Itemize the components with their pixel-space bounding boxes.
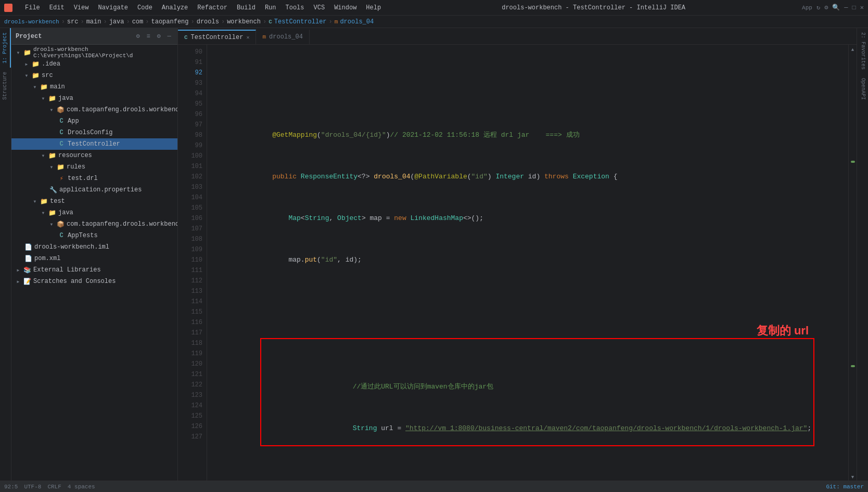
arrow-root: ▼	[16, 50, 21, 55]
menu-view[interactable]: View	[70, 3, 93, 12]
refresh-icon[interactable]: ↻	[816, 4, 820, 11]
maximize-icon[interactable]: □	[852, 4, 856, 11]
breadcrumb-drools04[interactable]: m drools_04	[335, 18, 374, 25]
tree-label-apptests: AppTests	[68, 232, 98, 239]
tree-item-idea[interactable]: ▶ 📁 .idea	[11, 58, 177, 70]
close-icon[interactable]: ✕	[860, 4, 864, 11]
package-icon1: 📦	[56, 106, 65, 114]
linenum-125: 125	[178, 411, 202, 421]
tree-item-appprops[interactable]: 🔧 application.properties	[11, 184, 177, 196]
tree-item-testcontroller[interactable]: C TestController	[11, 138, 177, 150]
menu-vcs[interactable]: VCS	[310, 3, 329, 12]
tree-label-package2: com.taopanfeng.drools.workbench	[67, 221, 177, 228]
menu-build[interactable]: Build	[233, 3, 260, 12]
breadcrumb-drools[interactable]: drools	[197, 18, 219, 25]
scrollbar-gutter: ▲ ▼	[848, 45, 857, 481]
menu-refactor[interactable]: Refactor	[193, 3, 232, 12]
breadcrumb-main[interactable]: main	[86, 18, 101, 25]
class-icon-breadcrumb: C	[269, 19, 272, 25]
app-label: App	[802, 5, 812, 11]
linenum-96: 96	[178, 109, 202, 120]
menu-help[interactable]: Help	[362, 3, 385, 12]
tree-label-java1: java	[58, 95, 73, 102]
menu-tools[interactable]: Tools	[282, 3, 309, 12]
menu-code[interactable]: Code	[133, 3, 157, 12]
tree-item-scratches[interactable]: ▶ 📝 Scratches and Consoles	[11, 276, 177, 287]
code-line-90	[215, 78, 840, 88]
code-line-97: String url = "http://vm_1:8080/business-…	[263, 413, 811, 423]
tab-drools04[interactable]: m drools_04	[256, 30, 309, 44]
breadcrumb-root[interactable]: drools-workbench	[4, 19, 59, 25]
tree-item-java2[interactable]: ▼ 📁 java	[11, 207, 177, 218]
menu-window[interactable]: Window	[330, 3, 361, 12]
breadcrumb-testcontroller[interactable]: C TestController	[269, 18, 326, 25]
panel-icon-minimize[interactable]: —	[165, 32, 173, 41]
tree-item-root[interactable]: ▼ 📁 drools-workbench C:\Everythings\IDEA…	[11, 47, 177, 58]
tree-item-src[interactable]: ▼ 📁 src	[11, 70, 177, 81]
tree-item-iml[interactable]: 📄 drools-workbench.iml	[11, 241, 177, 253]
breadcrumb-src[interactable]: src	[67, 18, 79, 25]
menu-run[interactable]: Run	[261, 3, 280, 12]
tab-close-testcontroller[interactable]: ✕	[246, 34, 249, 41]
tree-item-pom[interactable]: 📄 pom.xml	[11, 253, 177, 264]
editor-container: 90 91 92 93 94 95 96 97 98 99 100 101 10…	[178, 45, 857, 481]
gutter-up-icon[interactable]: ▲	[850, 47, 856, 53]
linenum-102: 102	[178, 172, 202, 182]
tree-label-app: App	[68, 118, 79, 125]
tree-item-test[interactable]: ▼ 📁 test	[11, 196, 177, 207]
linenum-108: 108	[178, 234, 202, 244]
code-editor[interactable]: @GetMapping("drools_04/{id}")// 2021-12-…	[207, 45, 848, 481]
tab-structure[interactable]: Structure	[0, 68, 11, 104]
folder-icon-java2: 📁	[48, 209, 56, 217]
extlibs-icon: 📚	[23, 266, 31, 274]
status-indent: 4 spaces	[68, 484, 95, 490]
breadcrumb-java[interactable]: java	[109, 18, 124, 25]
arrow-package1: ▼	[49, 107, 54, 112]
breadcrumb-taopanfeng[interactable]: taopanfeng	[151, 18, 188, 25]
breadcrumb-com[interactable]: com	[132, 18, 144, 25]
tree-item-resources[interactable]: ▼ 📁 resources	[11, 150, 177, 161]
search-icon[interactable]: 🔍	[832, 4, 840, 11]
tree-item-main[interactable]: ▼ 📁 main	[11, 81, 177, 93]
panel-icon-gear[interactable]: ⚙	[134, 32, 142, 41]
minimize-icon[interactable]: —	[844, 4, 848, 11]
gutter-down-icon[interactable]: ▼	[850, 474, 856, 481]
tab-favorites[interactable]: 2: Favorites	[857, 28, 868, 74]
linenum-116: 116	[178, 317, 202, 328]
panel-icon-settings[interactable]: ⚙	[155, 32, 163, 41]
tree-item-app[interactable]: C App	[11, 115, 177, 127]
menu-navigate[interactable]: Navigate	[94, 3, 132, 12]
tree-item-java1[interactable]: ▼ 📁 java	[11, 93, 177, 104]
tree-item-apptests[interactable]: C AppTests	[11, 230, 177, 241]
breadcrumb-workbench[interactable]: workbench	[227, 18, 261, 25]
menu-edit[interactable]: Edit	[45, 3, 69, 12]
settings-icon[interactable]: ⚙	[824, 4, 828, 11]
class-icon-drools: C	[57, 128, 66, 137]
props-icon: 🔧	[49, 186, 57, 194]
tab-testcontroller[interactable]: C TestController ✕	[178, 30, 256, 44]
xml-icon: 📄	[24, 254, 32, 263]
status-linesep: CRLF	[47, 484, 61, 490]
tree-item-extlibs[interactable]: ▶ 📚 External Libraries	[11, 264, 177, 276]
tree-item-testdrl[interactable]: ⚡ test.drl	[11, 173, 177, 184]
tab-project[interactable]: 1: Project	[0, 28, 11, 68]
linenum-126: 126	[178, 421, 202, 432]
tab-openapi[interactable]: OpenAPI	[857, 74, 868, 104]
folder-icon-test: 📁	[40, 197, 48, 205]
class-icon-testcontroller: C	[57, 140, 66, 148]
folder-icon-root: 📁	[23, 48, 31, 57]
menu-analyze[interactable]: Analyze	[158, 3, 192, 12]
linenum-117: 117	[178, 328, 202, 338]
arrow-java1: ▼	[41, 96, 46, 101]
linenum-122: 122	[178, 380, 202, 390]
tree-label-extlibs: External Libraries	[33, 266, 101, 274]
tree-item-package1[interactable]: ▼ 📦 com.taopanfeng.drools.workbench	[11, 104, 177, 115]
tree-item-package2[interactable]: ▼ 📦 com.taopanfeng.drools.workbench	[11, 218, 177, 230]
tree-item-rules[interactable]: ▼ 📁 rules	[11, 161, 177, 173]
panel-icon-list[interactable]: ≡	[144, 32, 152, 41]
folder-icon-main: 📁	[40, 83, 48, 91]
tree-item-droolsconfig[interactable]: C DroolsConfig	[11, 127, 177, 138]
linenum-113: 113	[178, 286, 202, 296]
title-bar: File Edit View Navigate Code Analyze Ref…	[0, 0, 868, 16]
menu-file[interactable]: File	[21, 3, 44, 12]
